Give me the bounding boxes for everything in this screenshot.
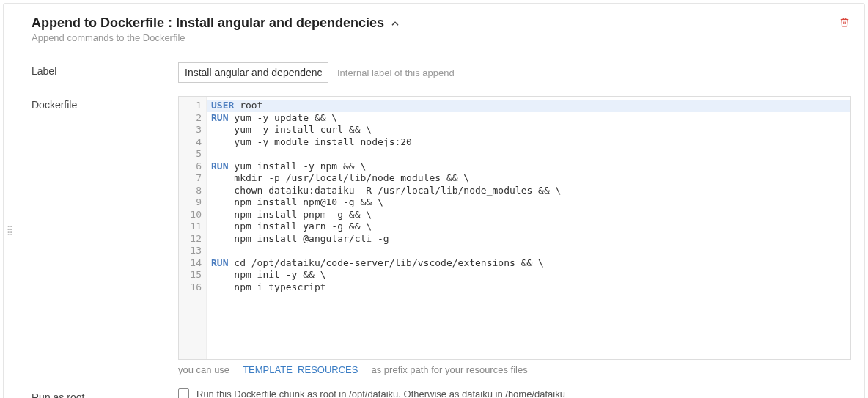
run-as-root-description: Run this Dockerfile chunk as root in /op… <box>196 388 565 398</box>
label-hint: Internal label of this append <box>337 67 455 78</box>
line-number: 7 <box>185 172 202 185</box>
code-line[interactable]: USER root <box>207 100 850 112</box>
line-number: 13 <box>185 245 202 257</box>
line-number: 9 <box>185 196 202 209</box>
dockerfile-editor[interactable]: 12345678910111213141516 USER rootRUN yum… <box>178 96 851 360</box>
row-run-as-root: Run as root Run this Dockerfile chunk as… <box>17 388 851 398</box>
line-number: 5 <box>185 148 202 161</box>
line-number: 15 <box>185 269 202 281</box>
code-line[interactable] <box>207 148 850 161</box>
line-number: 8 <box>185 185 202 197</box>
code-line[interactable]: RUN cd /opt/dataiku/code-server/lib/vsco… <box>207 257 850 270</box>
panel-title: Append to Dockerfile : Install angular a… <box>32 15 384 31</box>
run-as-root-checkbox[interactable] <box>178 388 189 398</box>
line-number: 2 <box>185 112 202 125</box>
code-line[interactable]: npm install @angular/cli -g <box>207 233 850 246</box>
line-number: 11 <box>185 221 202 233</box>
field-label-run-as-root: Run as root <box>32 388 178 398</box>
code-line[interactable]: npm init -y && \ <box>207 269 850 281</box>
code-line[interactable]: npm install yarn -g && \ <box>207 221 850 233</box>
code-line[interactable]: yum -y install curl && \ <box>207 124 850 136</box>
label-input[interactable] <box>178 62 328 83</box>
line-number: 10 <box>185 209 202 221</box>
editor-body[interactable]: USER rootRUN yum -y update && \ yum -y i… <box>207 97 850 359</box>
field-label-dockerfile: Dockerfile <box>32 96 178 111</box>
template-resources-token: __TEMPLATE_RESOURCES__ <box>232 364 369 375</box>
code-line[interactable]: RUN yum install -y npm && \ <box>207 161 850 173</box>
dockerfile-append-panel: ⠿⠿ Append to Dockerfile : Install angula… <box>3 3 865 398</box>
line-number: 12 <box>185 233 202 246</box>
line-number: 6 <box>185 161 202 173</box>
code-line[interactable]: mkdir -p /usr/local/lib/node_modules && … <box>207 172 850 185</box>
editor-gutter: 12345678910111213141516 <box>179 97 207 359</box>
code-line[interactable]: yum -y module install nodejs:20 <box>207 136 850 149</box>
field-label-label: Label <box>32 62 178 77</box>
line-number: 14 <box>185 257 202 270</box>
dockerfile-helper: you can use __TEMPLATE_RESOURCES__ as pr… <box>178 364 851 375</box>
code-line[interactable]: npm install pnpm -g && \ <box>207 209 850 221</box>
line-number: 4 <box>185 136 202 149</box>
line-number: 3 <box>185 124 202 136</box>
row-label: Label Internal label of this append <box>17 62 851 83</box>
delete-icon[interactable] <box>838 15 851 31</box>
code-line[interactable]: npm i typescript <box>207 281 850 294</box>
panel-subtitle: Append commands to the Dockerfile <box>32 32 838 43</box>
code-line[interactable]: chown dataiku:dataiku -R /usr/local/lib/… <box>207 185 850 197</box>
code-line[interactable]: npm install npm@10 -g && \ <box>207 196 850 209</box>
drag-handle-icon[interactable]: ⠿⠿ <box>7 229 12 235</box>
panel-header: Append to Dockerfile : Install angular a… <box>17 15 851 43</box>
line-number: 1 <box>185 100 202 112</box>
collapse-chevron-icon[interactable] <box>390 18 400 29</box>
code-line[interactable]: RUN yum -y update && \ <box>207 112 850 125</box>
line-number: 16 <box>185 281 202 294</box>
row-dockerfile: Dockerfile 12345678910111213141516 USER … <box>17 96 851 375</box>
code-line[interactable] <box>207 245 850 257</box>
